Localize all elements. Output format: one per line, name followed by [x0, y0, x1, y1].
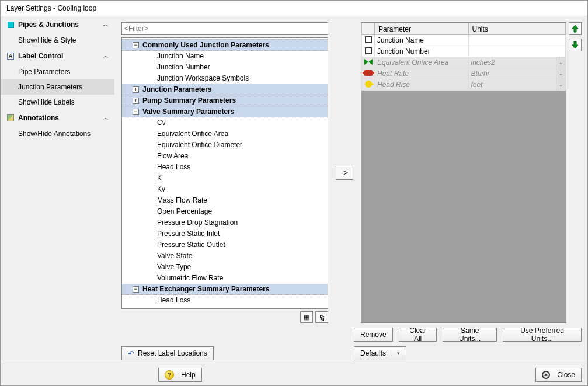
same-units-button[interactable]: Same Units... — [443, 328, 497, 342]
units-cell[interactable]: inches2⌄ — [468, 57, 565, 68]
reset-icon: ↶ — [128, 349, 134, 358]
close-icon — [542, 371, 550, 379]
reset-label-locations-button[interactable]: ↶ Reset Label Locations — [121, 346, 214, 360]
sidebar: Pipes & Junctions ︿ Show/Hide & Style A … — [1, 16, 114, 364]
units-cell[interactable]: feet⌄ — [468, 79, 565, 91]
window-title: Layer Settings - Cooling loop — [1, 1, 587, 16]
tree-item[interactable]: Kv — [122, 184, 328, 195]
tree-group-label: Pump Summary Parameters — [142, 96, 236, 105]
collapse-icon[interactable]: − — [133, 109, 139, 115]
col-units[interactable]: Units — [468, 23, 565, 35]
nav-section-pipes-junctions[interactable]: Pipes & Junctions ︿ — [1, 16, 114, 33]
tree-item[interactable]: Heat Rate — [122, 306, 328, 308]
reset-label-text: Reset Label Locations — [138, 349, 207, 357]
nav-section-label: Annotations — [18, 114, 59, 122]
label-icon: A — [6, 52, 15, 60]
remove-button[interactable]: Remove — [354, 328, 393, 342]
tree-item[interactable]: K — [122, 173, 328, 184]
tree-item[interactable]: Pressure Static Inlet — [122, 228, 328, 239]
arrow-down-icon — [571, 41, 579, 49]
selected-params-panel: Parameter Units Junction NameJunction Nu… — [361, 22, 582, 323]
param-cell: Junction Name — [375, 35, 469, 46]
annotations-icon — [6, 114, 15, 122]
tree-item[interactable]: Cv — [122, 117, 328, 128]
tree-item[interactable]: Volumetric Flow Rate — [122, 273, 328, 284]
footer: ? Help Close — [1, 364, 587, 385]
tree-item[interactable]: Junction Workspace Symbols — [122, 73, 328, 84]
col-parameter[interactable]: Parameter — [375, 23, 469, 35]
tree-group[interactable]: −Valve Summary Parameters — [122, 106, 328, 117]
tree-group[interactable]: −Heat Exchanger Summary Parameters — [122, 284, 328, 295]
param-cell: Head Rise — [375, 79, 469, 91]
tree-group-label: Junction Parameters — [142, 85, 212, 93]
chevron-down-icon[interactable]: ⌄ — [556, 57, 565, 68]
nav-section-label-control[interactable]: A Label Control ︿ — [1, 48, 114, 64]
param-cell: Junction Number — [375, 46, 469, 57]
grid-view-icon[interactable]: ▦ — [300, 311, 313, 323]
tree-item[interactable]: Pressure Static Outlet — [122, 239, 328, 251]
nav-item-show-hide-labels[interactable]: Show/Hide Labels — [1, 95, 114, 110]
available-params-panel: −Commonly Used Junction ParametersJuncti… — [121, 22, 328, 323]
defaults-label: Defaults — [360, 349, 386, 357]
param-cell: Heat Rate — [375, 68, 469, 79]
parameter-tree[interactable]: −Commonly Used Junction ParametersJuncti… — [122, 38, 328, 308]
tree-item[interactable]: Pressure Drop Stagnation — [122, 217, 328, 228]
move-down-button[interactable] — [569, 39, 582, 51]
tree-item[interactable]: Head Loss — [122, 162, 328, 173]
tree-item[interactable]: Junction Number — [122, 62, 328, 73]
nav-item-show-hide-annotations[interactable]: Show/Hide Annotations — [1, 126, 114, 141]
tree-item[interactable]: Head Loss — [122, 295, 328, 306]
table-row[interactable]: Junction Name — [362, 35, 566, 46]
tree-item[interactable]: Valve Type — [122, 262, 328, 273]
nav-item-show-hide-style[interactable]: Show/Hide & Style — [1, 33, 114, 48]
chevron-up-icon: ︿ — [103, 114, 109, 122]
move-right-button[interactable]: -> — [336, 166, 353, 180]
collapse-icon[interactable]: − — [133, 42, 139, 48]
tree-group[interactable]: +Junction Parameters — [122, 84, 328, 95]
tree-group[interactable]: −Commonly Used Junction Parameters — [122, 39, 328, 51]
help-label: Help — [181, 371, 196, 379]
chevron-up-icon: ︿ — [103, 20, 109, 29]
tree-group[interactable]: +Pump Summary Parameters — [122, 95, 328, 106]
main-content: Pipes & Junctions ︿ Show/Hide & Style A … — [1, 16, 587, 364]
tree-item[interactable]: Equivalent Orifice Diameter — [122, 140, 328, 151]
units-cell — [468, 35, 565, 46]
nav-section-label: Label Control — [18, 52, 63, 60]
box-icon — [362, 46, 375, 57]
nav-item-pipe-parameters[interactable]: Pipe Parameters — [1, 64, 114, 79]
clear-all-button[interactable]: Clear All — [399, 328, 437, 342]
tree-item[interactable]: Mass Flow Rate — [122, 195, 328, 206]
tree-item[interactable]: Equivalent Orifice Area — [122, 128, 328, 140]
move-up-button[interactable] — [569, 22, 582, 35]
table-row[interactable]: Head Risefeet⌄ — [362, 79, 566, 91]
chevron-down-icon[interactable]: ⌄ — [556, 68, 565, 79]
expand-icon[interactable]: + — [133, 98, 139, 104]
defaults-button[interactable]: Defaults ▾ — [354, 346, 406, 360]
sort-icon[interactable]: ⧎ — [315, 311, 328, 323]
tree-group-label: Valve Summary Parameters — [142, 107, 234, 116]
units-cell[interactable]: Btu/hr⌄ — [468, 68, 565, 79]
tree-item[interactable]: Open Percentage — [122, 206, 328, 217]
table-row[interactable]: Equivalent Orifice Areainches2⌄ — [362, 57, 566, 68]
help-button[interactable]: ? Help — [158, 368, 202, 382]
collapse-icon[interactable]: − — [133, 286, 139, 293]
heat-icon — [362, 68, 375, 79]
tree-item[interactable]: Flow Area — [122, 151, 328, 162]
pump-icon — [362, 79, 375, 91]
filter-input[interactable] — [121, 22, 328, 35]
nav-item-junction-parameters[interactable]: Junction Parameters — [1, 79, 114, 95]
valve-icon — [362, 57, 375, 68]
use-preferred-units-button[interactable]: Use Preferred Units... — [503, 328, 582, 342]
chevron-down-icon[interactable]: ⌄ — [556, 79, 565, 90]
table-row[interactable]: Junction Number — [362, 46, 566, 57]
table-row[interactable]: Heat RateBtu/hr⌄ — [362, 68, 566, 79]
expand-icon[interactable]: + — [133, 86, 139, 93]
close-button[interactable]: Close — [535, 368, 582, 382]
col-icon[interactable] — [362, 23, 375, 35]
units-cell — [468, 46, 565, 57]
tree-group-label: Commonly Used Junction Parameters — [142, 41, 269, 49]
nav-section-annotations[interactable]: Annotations ︿ — [1, 110, 114, 126]
chevron-down-icon: ▾ — [392, 350, 400, 356]
tree-item[interactable]: Valve State — [122, 251, 328, 262]
tree-item[interactable]: Junction Name — [122, 51, 328, 62]
